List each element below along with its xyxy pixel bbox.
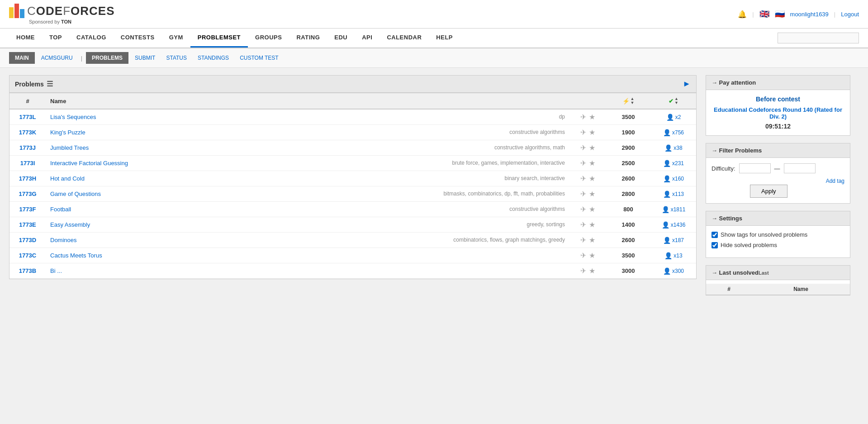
send-icon[interactable]: ✈ — [580, 267, 586, 275]
hide-solved-checkbox[interactable] — [711, 242, 718, 248]
subnav-main[interactable]: MAIN — [9, 52, 35, 64]
solved-link[interactable]: 👤 x13 — [655, 252, 692, 259]
solved-link[interactable]: 👤 x113 — [655, 191, 692, 198]
nav-catalog[interactable]: CATALOG — [69, 29, 114, 48]
problem-name-link[interactable]: Dominoes — [50, 237, 77, 243]
nav-top[interactable]: TOP — [42, 29, 69, 48]
bell-icon[interactable]: 🔔 — [738, 10, 747, 19]
send-icon[interactable]: ✈ — [580, 220, 586, 229]
send-icon[interactable]: ✈ — [580, 190, 586, 198]
difficulty-sort[interactable]: ▲▼ — [631, 97, 635, 105]
send-icon[interactable]: ✈ — [580, 113, 586, 121]
subnav-problems[interactable]: PROBLEMS — [86, 52, 128, 64]
problem-id-link[interactable]: 1773C — [14, 252, 41, 259]
flag-ru-icon[interactable]: 🇷🇺 — [775, 9, 785, 19]
star-icon[interactable]: ★ — [589, 190, 595, 198]
star-icon[interactable]: ★ — [589, 174, 595, 183]
send-icon[interactable]: ✈ — [580, 159, 586, 167]
subnav-status[interactable]: STATUS — [161, 52, 191, 63]
problem-id-cell: 1773D — [9, 233, 46, 248]
problem-name-link[interactable]: Jumbled Trees — [50, 144, 89, 151]
problem-name-link[interactable]: Cactus Meets Torus — [50, 252, 102, 259]
problem-name-link[interactable]: Game of Questions — [50, 191, 101, 197]
username-link[interactable]: moonlight1639 — [790, 11, 829, 18]
col-solved[interactable]: ✔ ▲▼ — [651, 93, 696, 110]
subnav-acmsguru[interactable]: ACMSGURU — [37, 52, 77, 63]
nav-api[interactable]: API — [355, 29, 379, 48]
solved-link[interactable]: 👤 x1436 — [655, 221, 692, 229]
user-icon: 👤 — [663, 237, 671, 244]
problem-id-link[interactable]: 1773L — [14, 114, 41, 120]
star-icon[interactable]: ★ — [589, 267, 595, 275]
problem-name-link[interactable]: Bi ... — [50, 267, 62, 274]
star-icon[interactable]: ★ — [589, 113, 595, 121]
send-icon[interactable]: ✈ — [580, 143, 586, 152]
problem-name-link[interactable]: King's Puzzle — [50, 129, 85, 136]
problem-id-link[interactable]: 1773I — [14, 160, 41, 167]
problem-id-link[interactable]: 1773H — [14, 175, 41, 182]
nav-problemset[interactable]: PROBLEMSET — [190, 29, 248, 48]
solved-link[interactable]: 👤 x2 — [655, 114, 692, 121]
nav-contests[interactable]: CONTESTS — [114, 29, 162, 48]
logout-link[interactable]: Logout — [841, 11, 859, 18]
problem-name-link[interactable]: Football — [50, 206, 71, 213]
subnav-custom-test[interactable]: CUSTOM TEST — [235, 52, 283, 63]
solved-link[interactable]: 👤 x231 — [655, 160, 692, 167]
problem-id-cell: 1773F — [9, 202, 46, 217]
hide-solved-option[interactable]: Hide solved problems — [711, 242, 844, 248]
star-icon[interactable]: ★ — [589, 205, 595, 214]
nav-help[interactable]: HELP — [429, 29, 460, 48]
problem-id-link[interactable]: 1773G — [14, 191, 41, 197]
send-icon[interactable]: ✈ — [580, 251, 586, 260]
problem-name-link[interactable]: Easy Assembly — [50, 221, 90, 228]
problem-id-link[interactable]: 1773B — [14, 267, 41, 274]
problem-id-link[interactable]: 1773J — [14, 144, 41, 151]
star-icon[interactable]: ★ — [589, 128, 595, 137]
solved-link[interactable]: 👤 x38 — [655, 144, 692, 152]
subnav-standings[interactable]: STANDINGS — [193, 52, 233, 63]
send-icon[interactable]: ✈ — [580, 205, 586, 214]
nav-gym[interactable]: GYM — [162, 29, 190, 48]
problem-id-link[interactable]: 1773E — [14, 221, 41, 228]
solved-link[interactable]: 👤 x1811 — [655, 206, 692, 213]
nav-edu[interactable]: EDU — [327, 29, 355, 48]
search-input[interactable] — [778, 33, 859, 43]
flag-uk-icon[interactable]: 🇬🇧 — [759, 9, 769, 19]
send-icon[interactable]: ✈ — [580, 236, 586, 244]
star-icon[interactable]: ★ — [589, 143, 595, 152]
star-icon[interactable]: ★ — [589, 251, 595, 260]
difficulty-min-input[interactable] — [739, 163, 771, 173]
nav-calendar[interactable]: CALENDAR — [379, 29, 429, 48]
subnav-submit[interactable]: SUBMIT — [130, 52, 160, 63]
contest-link[interactable]: Educational Codeforces Round 140 (Rated … — [711, 106, 844, 120]
pay-attention-box: → Pay attention Before contest Education… — [706, 75, 850, 136]
problem-id-link[interactable]: 1773D — [14, 237, 41, 243]
problem-name-link[interactable]: Interactive Factorial Guessing — [50, 160, 128, 167]
star-icon[interactable]: ★ — [589, 236, 595, 244]
star-icon[interactable]: ★ — [589, 220, 595, 229]
solved-link[interactable]: 👤 x187 — [655, 237, 692, 244]
show-tags-option[interactable]: Show tags for unsolved problems — [711, 231, 844, 238]
col-difficulty[interactable]: ⚡ ▲▼ — [606, 93, 651, 110]
logo-code: Code — [27, 4, 63, 18]
solved-link[interactable]: 👤 x756 — [655, 129, 692, 136]
star-icon[interactable]: ★ — [589, 159, 595, 167]
problem-id-link[interactable]: 1773K — [14, 129, 41, 136]
add-tag-link[interactable]: Add tag — [826, 178, 844, 184]
difficulty-max-input[interactable] — [784, 163, 816, 173]
problem-id-link[interactable]: 1773F — [14, 206, 41, 213]
apply-button[interactable]: Apply — [750, 185, 787, 198]
send-icon[interactable]: ✈ — [580, 174, 586, 183]
show-tags-checkbox[interactable] — [711, 232, 718, 238]
settings-header: → Settings — [706, 211, 850, 226]
solved-link[interactable]: 👤 x160 — [655, 175, 692, 182]
problem-name-link[interactable]: Lisa's Sequences — [50, 114, 96, 120]
nav-rating[interactable]: RATING — [289, 29, 327, 48]
send-icon[interactable]: ✈ — [580, 128, 586, 137]
problem-name-link[interactable]: Hot and Cold — [50, 175, 85, 182]
solved-sort[interactable]: ▲▼ — [674, 97, 678, 105]
next-page-arrow[interactable]: ► — [683, 79, 691, 89]
solved-link[interactable]: 👤 x300 — [655, 267, 692, 275]
nav-home[interactable]: HOME — [9, 29, 42, 48]
nav-groups[interactable]: GROUPS — [248, 29, 289, 48]
